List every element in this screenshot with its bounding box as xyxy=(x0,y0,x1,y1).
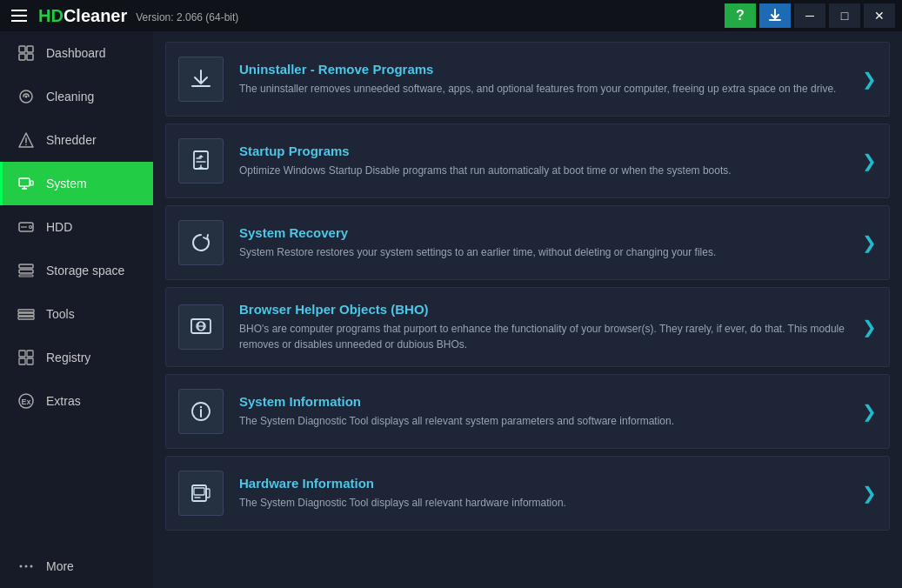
card-system-recovery[interactable]: System Recovery System Restore restores … xyxy=(165,205,890,280)
bho-icon xyxy=(178,304,224,350)
sidebar-label-system: System xyxy=(46,177,87,190)
svg-rect-9 xyxy=(19,178,30,186)
uninstaller-icon xyxy=(178,57,224,102)
close-button[interactable]: ✕ xyxy=(864,3,895,28)
card-bho[interactable]: Browser Helper Objects (BHO) BHO's are c… xyxy=(165,287,890,367)
sidebar-item-dashboard[interactable]: Dashboard xyxy=(0,31,153,75)
uninstaller-desc: The uninstaller removes unneeded softwar… xyxy=(239,81,846,97)
more-icon xyxy=(17,557,36,576)
maximize-button[interactable]: □ xyxy=(829,3,860,28)
svg-point-14 xyxy=(30,226,32,229)
hardware-info-text: Hardware Information The System Diagnost… xyxy=(239,476,846,511)
startup-arrow: ❯ xyxy=(862,150,877,171)
uninstaller-text: Uninstaller - Remove Programs The uninst… xyxy=(239,62,846,97)
svg-point-30 xyxy=(30,565,33,568)
cleaning-icon xyxy=(17,87,36,106)
logo-hd: HD xyxy=(38,6,63,25)
system-info-title: System Information xyxy=(239,394,846,409)
sidebar-label-hdd: HDD xyxy=(46,220,72,234)
hdd-icon xyxy=(17,217,36,237)
startup-desc: Optimize Windows Startup Disable program… xyxy=(239,163,846,178)
sidebar-label-cleaning: Cleaning xyxy=(46,90,94,104)
svg-point-5 xyxy=(25,96,28,98)
svg-rect-40 xyxy=(194,488,204,495)
system-recovery-title: System Recovery xyxy=(239,225,846,240)
card-system-info[interactable]: System Information The System Diagnostic… xyxy=(165,374,890,449)
svg-point-38 xyxy=(200,406,202,408)
svg-text:Ex: Ex xyxy=(21,398,30,406)
svg-rect-1 xyxy=(27,46,33,52)
content-area: Uninstaller - Remove Programs The uninst… xyxy=(153,31,902,588)
tools-icon xyxy=(17,304,36,324)
sidebar-item-shredder[interactable]: Shredder xyxy=(0,118,153,162)
sidebar-label-extras: Extras xyxy=(46,394,81,408)
svg-point-29 xyxy=(25,565,28,568)
shredder-icon xyxy=(17,130,36,150)
svg-rect-23 xyxy=(27,351,33,357)
startup-title: Startup Programs xyxy=(239,144,846,158)
sidebar-item-storage[interactable]: Storage space xyxy=(0,249,153,292)
system-recovery-arrow: ❯ xyxy=(862,232,877,253)
svg-rect-24 xyxy=(19,358,25,364)
extras-icon: Ex xyxy=(17,391,36,411)
sidebar-label-tools: Tools xyxy=(46,307,75,321)
uninstaller-arrow: ❯ xyxy=(862,69,877,90)
minimize-button[interactable]: ─ xyxy=(794,3,825,28)
svg-rect-25 xyxy=(27,358,33,364)
system-recovery-desc: System Restore restores your system sett… xyxy=(239,244,846,260)
card-uninstaller[interactable]: Uninstaller - Remove Programs The uninst… xyxy=(165,42,890,117)
download-button[interactable] xyxy=(759,3,791,28)
svg-rect-2 xyxy=(19,54,25,60)
hardware-info-title: Hardware Information xyxy=(239,476,846,491)
registry-icon xyxy=(17,348,36,367)
card-hardware-info[interactable]: Hardware Information The System Diagnost… xyxy=(165,456,890,531)
uninstaller-title: Uninstaller - Remove Programs xyxy=(239,62,846,77)
svg-rect-3 xyxy=(27,54,33,60)
help-button[interactable]: ? xyxy=(725,3,756,28)
sidebar-item-tools[interactable]: Tools xyxy=(0,292,153,336)
hardware-info-arrow: ❯ xyxy=(862,483,877,504)
sidebar-item-hdd[interactable]: HDD xyxy=(0,205,153,249)
sidebar-label-dashboard: Dashboard xyxy=(46,46,106,60)
system-icon xyxy=(17,174,36,193)
sidebar-item-extras[interactable]: Ex Extras xyxy=(0,379,153,423)
bho-title: Browser Helper Objects (BHO) xyxy=(239,302,846,317)
window-controls: ? ─ □ ✕ xyxy=(725,3,895,28)
bho-desc: BHO's are computer programs that purport… xyxy=(239,321,846,352)
system-recovery-icon xyxy=(178,220,224,265)
card-startup[interactable]: Startup Programs Optimize Windows Startu… xyxy=(165,124,890,198)
startup-text: Startup Programs Optimize Windows Startu… xyxy=(239,144,846,178)
svg-rect-42 xyxy=(206,489,210,498)
svg-point-28 xyxy=(20,565,23,568)
sidebar-label-more: More xyxy=(46,559,74,573)
system-recovery-text: System Recovery System Restore restores … xyxy=(239,225,846,260)
sidebar-item-more[interactable]: More xyxy=(0,545,153,588)
sidebar-label-registry: Registry xyxy=(46,351,90,364)
svg-rect-22 xyxy=(19,351,25,357)
titlebar: HDCleaner Version: 2.066 (64-bit) ? ─ □ … xyxy=(0,0,902,31)
sidebar-label-shredder: Shredder xyxy=(46,133,97,147)
svg-rect-12 xyxy=(30,181,33,185)
app-logo: HDCleaner xyxy=(38,6,127,26)
svg-rect-20 xyxy=(18,313,34,316)
svg-rect-19 xyxy=(18,310,34,312)
system-info-text: System Information The System Diagnostic… xyxy=(239,394,846,429)
startup-icon xyxy=(178,138,224,184)
hardware-info-icon xyxy=(178,471,224,516)
svg-rect-18 xyxy=(19,275,33,277)
svg-point-8 xyxy=(25,144,27,146)
svg-rect-16 xyxy=(19,264,33,268)
sidebar-item-cleaning[interactable]: Cleaning xyxy=(0,75,153,118)
menu-button[interactable] xyxy=(7,3,31,28)
storage-icon xyxy=(17,261,36,280)
svg-rect-21 xyxy=(18,317,34,319)
sidebar-item-registry[interactable]: Registry xyxy=(0,336,153,379)
bho-text: Browser Helper Objects (BHO) BHO's are c… xyxy=(239,302,846,352)
sidebar: Dashboard Cleaning Shredder xyxy=(0,31,153,588)
sidebar-item-system[interactable]: System xyxy=(0,162,153,205)
svg-rect-0 xyxy=(19,46,25,52)
app-version: Version: 2.066 (64-bit) xyxy=(136,11,238,23)
bho-arrow: ❯ xyxy=(862,317,877,337)
logo-cleaner: Cleaner xyxy=(63,6,127,25)
dashboard-icon xyxy=(17,43,36,63)
